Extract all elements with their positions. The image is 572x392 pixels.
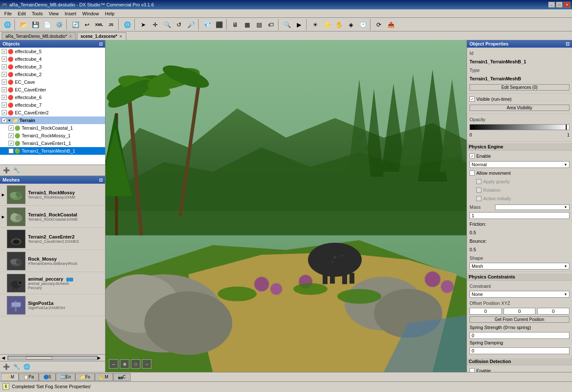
mesh-expand-rock-mossy[interactable]: ▶ — [2, 193, 7, 197]
obj-add-button[interactable]: ➕ — [2, 166, 11, 175]
obj-item-terrain-cave-enter[interactable]: 🟢 Terrain1_CaveEnter1_1 — [0, 139, 105, 147]
bottom-tab-s[interactable]: 🔵S — [39, 373, 56, 381]
obj-item-effectcube6[interactable]: 🔴 effectcube_6 — [0, 94, 105, 101]
bottom-tab-en[interactable]: 🔤En — [56, 373, 75, 381]
mesh-item-rock-mossy[interactable]: ▶ Terrain1_RockMossy Terrain1_RockMossy.… — [0, 184, 105, 206]
obj-checkbox-terrain-mesh-b[interactable] — [9, 148, 14, 153]
toolbar-loop[interactable]: ↺ — [174, 19, 185, 30]
mesh-tools-button[interactable]: 🔧 — [12, 362, 21, 372]
obj-checkbox-cave-enter[interactable] — [9, 141, 14, 146]
toolbar-settings[interactable]: ⚙️ — [54, 19, 65, 30]
obj-checkbox-effectcube4[interactable] — [2, 57, 7, 62]
vp-btn-square[interactable]: □ — [131, 359, 140, 369]
obj-checkbox-ec-caveenter[interactable] — [2, 87, 7, 92]
toolbar-grid[interactable]: ▦ — [242, 19, 253, 30]
scroll-left[interactable]: ◀ — [2, 355, 8, 360]
toolbar-gem[interactable]: 💎 — [202, 19, 213, 30]
mesh-expand-rock-coastal[interactable]: ▶ — [2, 215, 7, 219]
meshes-list[interactable]: ▶ Terrain1_RockMossy Terrain1_RockMossy.… — [0, 184, 105, 354]
obj-item-effectcube3[interactable]: 🔴 effectcube_3 — [0, 63, 105, 71]
spring-damping-input[interactable]: 0 — [470, 347, 569, 354]
toolbar-saveas[interactable]: 📄 — [42, 19, 53, 30]
obj-item-effectcube5[interactable]: 🔴 effectcube_5 — [0, 48, 105, 55]
close-button[interactable]: ✕ — [563, 2, 570, 8]
physics-mass-input[interactable]: 1 — [470, 212, 569, 219]
obj-checkbox-terrain[interactable] — [2, 118, 7, 123]
area-visibility-button[interactable]: Area Visibility — [470, 105, 569, 111]
mesh-item-rock-coastal[interactable]: ▶ Terrain1_RockCoastal Terrain1_RockCoas… — [0, 206, 105, 228]
scroll-thumb[interactable] — [26, 356, 53, 360]
physics-active-checkbox[interactable] — [476, 196, 481, 201]
opacity-slider[interactable] — [470, 124, 569, 130]
obj-item-effectcube2[interactable]: 🔴 effectcube_2 — [0, 71, 105, 78]
toolbar-open[interactable]: 📂 — [18, 19, 29, 30]
toolbar-find[interactable]: 🔍 — [282, 19, 293, 30]
obj-checkbox-effectcube7[interactable] — [2, 102, 7, 108]
toolbar-tag[interactable]: 🏷 — [265, 19, 276, 30]
toolbar-diamond[interactable]: ◈ — [345, 19, 356, 30]
scroll-right[interactable]: ▶ — [97, 355, 103, 360]
tab-scene[interactable]: scene_1.dxscene* ✕ — [77, 32, 126, 40]
physics-gravity-checkbox[interactable] — [476, 179, 481, 184]
bottom-tab-m2[interactable]: 📐M — [95, 373, 113, 381]
vp-btn-arrow[interactable]: → — [142, 359, 151, 369]
menu-edit[interactable]: Edit — [15, 10, 28, 17]
prop-visible-checkbox[interactable] — [470, 97, 475, 102]
meshes-scrollbar[interactable]: ◀ ▶ — [0, 354, 105, 361]
obj-item-ec-caveenter[interactable]: 🔴 EC_CaveEnter — [0, 86, 105, 94]
obj-item-ec-cave[interactable]: 🔴 EC_Cave — [0, 78, 105, 86]
tab-main-file[interactable]: aRa_TerrainDemo_M8.dxstudio* ✕ — [2, 32, 76, 40]
obj-checkbox-effectcube6[interactable] — [2, 95, 7, 100]
bottom-tab-pa[interactable]: 📋Pa — [19, 373, 38, 381]
obj-checkbox-rock-mossy[interactable] — [9, 133, 14, 138]
menu-help[interactable]: Help — [102, 10, 117, 17]
obj-checkbox-effectcube5[interactable] — [2, 49, 7, 54]
toolbar-clock[interactable]: 🕐 — [357, 19, 368, 30]
obj-checkbox-effectcube3[interactable] — [2, 64, 7, 69]
toolbar-refresh[interactable]: 🔄 — [70, 19, 81, 30]
mesh-globe-button[interactable]: 🌐 — [22, 362, 31, 372]
toolbar-cross[interactable]: ✛ — [150, 19, 161, 30]
obj-item-ec-caveenter2[interactable]: 🔴 EC_CaveEnter2 — [0, 109, 105, 116]
menu-file[interactable]: File — [2, 10, 14, 17]
obj-item-terrain-rock-mossy[interactable]: 🟢 Terrain1_RockMossy_1 — [0, 132, 105, 139]
get-from-current-button[interactable]: Get From Current Position — [470, 316, 569, 323]
obj-delete-button[interactable]: 🔧 — [12, 166, 21, 175]
toolbar-js[interactable]: JS — [105, 19, 117, 30]
mesh-item-cave-enter2[interactable]: Terrain2_CaveEnter2 Terrain2_CaveEnter2.… — [0, 228, 105, 250]
toolbar-reload[interactable]: ⟳ — [373, 19, 384, 30]
objects-panel-collapse[interactable]: ⊡ — [99, 42, 102, 46]
menu-view[interactable]: View — [46, 10, 61, 17]
toolbar-arrow[interactable]: ➤ — [138, 19, 149, 30]
bottom-tab-fo[interactable]: 📁Fo — [75, 373, 95, 381]
opacity-thumb[interactable] — [566, 125, 567, 130]
bottom-tab-c[interactable]: 📷C — [113, 373, 131, 381]
physics-enable-checkbox[interactable] — [470, 153, 475, 159]
toolbar-back[interactable]: ↩ — [82, 19, 93, 30]
toolbar-hand[interactable]: ✋ — [333, 19, 344, 30]
spring-strength-input[interactable]: 0 — [470, 332, 569, 339]
toolbar-layers[interactable]: ▤ — [253, 19, 265, 30]
obj-checkbox-effectcube2[interactable] — [2, 72, 7, 77]
obj-props-collapse[interactable]: ⊡ — [566, 41, 569, 47]
menu-window[interactable]: Window — [80, 10, 102, 17]
constraint-dropdown[interactable]: None ▼ — [470, 291, 569, 298]
toolbar-cube[interactable]: ⬛ — [213, 19, 225, 30]
menu-tools[interactable]: Tools — [29, 10, 46, 17]
toolbar-search[interactable]: 🔍 — [162, 19, 173, 30]
toolbar-sun[interactable]: ☀ — [310, 19, 321, 30]
obj-item-terrain-rock-coastal[interactable]: 🟢 Terrain1_RockCoastal_1 — [0, 124, 105, 132]
viewport[interactable]: – ⊕ □ → — [105, 40, 467, 372]
objects-list[interactable]: 🔴 effectcube_5 🔴 effectcube_4 🔴 effectcu… — [0, 48, 105, 165]
maximize-button[interactable]: □ — [556, 2, 563, 8]
physics-rotation-checkbox[interactable] — [476, 187, 481, 193]
scroll-track[interactable] — [8, 356, 97, 360]
obj-checkbox-ec-caveenter2[interactable] — [2, 110, 7, 115]
edit-sequences-button[interactable]: Edit Sequences (0) — [470, 84, 569, 91]
meshes-panel-collapse[interactable]: ⊡ — [99, 178, 102, 182]
obj-item-terrain-group[interactable]: ▼ 📁 Terrain — [0, 116, 105, 124]
offset-y[interactable]: 0 — [504, 308, 536, 315]
offset-x[interactable]: 0 — [470, 308, 502, 315]
menu-insert[interactable]: Insert — [62, 10, 79, 17]
offset-z[interactable]: 0 — [537, 308, 569, 315]
